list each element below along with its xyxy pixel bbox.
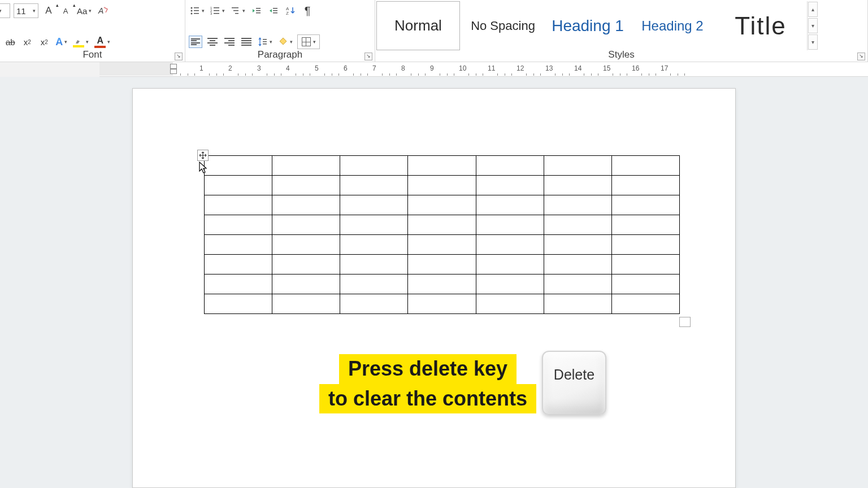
table-cell[interactable] [611,255,679,274]
table-cell[interactable] [544,176,611,195]
table-cell[interactable] [611,195,679,215]
table-cell[interactable] [476,195,544,215]
table-cell[interactable] [272,255,340,274]
table-cell[interactable] [476,156,544,176]
table-cell[interactable] [340,294,408,314]
table-cell[interactable] [272,294,340,314]
table-cell[interactable] [340,156,408,176]
table-cell[interactable] [544,195,611,215]
table-cell[interactable] [205,274,272,294]
table-cell[interactable] [205,235,272,255]
table-cell[interactable] [476,294,544,314]
table-cell[interactable] [205,195,272,215]
decrease-indent-button[interactable] [250,3,263,18]
table-cell[interactable] [340,176,408,195]
table-cell[interactable] [205,215,272,235]
table-cell[interactable] [408,156,476,176]
table-cell[interactable] [340,215,408,235]
table-cell[interactable] [408,274,476,294]
table-cell[interactable] [205,156,272,176]
table-cell[interactable] [476,255,544,274]
table-cell[interactable] [611,215,679,235]
table-cell[interactable] [408,215,476,235]
decrease-font-button[interactable]: A▴ [59,3,72,18]
increase-font-button[interactable]: A▴ [42,3,55,18]
table-cell[interactable] [544,294,611,314]
table-cell[interactable] [272,274,340,294]
font-name-combo[interactable]: dy)▾ [0,3,10,18]
font-size-combo[interactable]: 11▾ [14,3,38,18]
styles-more-button[interactable]: ▾ [808,34,818,50]
table-resize-handle[interactable] [679,317,691,327]
table-cell[interactable] [272,235,340,255]
table-cell[interactable] [611,156,679,176]
table-cell[interactable] [408,176,476,195]
font-color-button[interactable]: A [93,34,111,49]
table-cell[interactable] [544,255,611,274]
table-cell[interactable] [611,274,679,294]
styles-dialog-launcher[interactable]: ↘ [857,53,865,60]
multilevel-list-button[interactable] [229,3,246,18]
table-cell[interactable] [611,294,679,314]
line-spacing-button[interactable] [257,34,274,49]
superscript-button[interactable]: x2 [37,34,51,49]
table-cell[interactable] [476,235,544,255]
table-cell[interactable] [544,215,611,235]
page[interactable]: Press delete key to clear the contents D… [132,88,736,488]
table-cell[interactable] [272,195,340,215]
table-cell[interactable] [272,156,340,176]
font-dialog-launcher[interactable]: ↘ [175,53,183,60]
text-effects-button[interactable]: A [54,34,68,49]
align-center-button[interactable] [206,36,219,48]
table-cell[interactable] [476,215,544,235]
style-item-3[interactable]: Heading 2 [631,1,714,50]
table-cell[interactable] [544,156,611,176]
borders-button[interactable]: ▾ [297,34,320,49]
change-case-button[interactable]: Aa [76,3,93,18]
table-cell[interactable] [544,274,611,294]
styles-scroll-down[interactable]: ▾ [808,18,818,33]
table-cell[interactable] [340,255,408,274]
table-cell[interactable] [205,294,272,314]
table-cell[interactable] [205,176,272,195]
style-item-1[interactable]: No Spacing [461,1,545,50]
numbering-button[interactable]: 123 [209,3,226,18]
justify-button[interactable] [240,36,253,48]
ruler-number: 17 [661,64,668,72]
table-move-handle[interactable] [197,150,209,161]
styles-scroll-up[interactable]: ▴ [808,2,818,17]
table-cell[interactable] [340,235,408,255]
show-hide-marks-button[interactable]: ¶ [301,3,314,18]
indent-marker[interactable] [170,64,176,74]
subscript-button[interactable]: x2 [20,34,34,49]
table-cell[interactable] [544,235,611,255]
highlight-button[interactable] [72,34,90,49]
table-cell[interactable] [272,176,340,195]
table-cell[interactable] [408,235,476,255]
table-cell[interactable] [408,255,476,274]
increase-indent-button[interactable] [267,3,280,18]
ruler[interactable]: 1234567891011121314151617 [0,62,868,77]
table-cell[interactable] [408,294,476,314]
bullets-button[interactable] [189,3,206,18]
clear-formatting-button[interactable]: A [96,3,110,18]
table-cell[interactable] [340,195,408,215]
strikethrough-button[interactable]: ab [3,34,17,49]
table-cell[interactable] [476,176,544,195]
align-left-button[interactable] [189,36,202,48]
paragraph-dialog-launcher[interactable]: ↘ [364,53,372,60]
document-table[interactable] [204,155,680,314]
shading-button[interactable] [277,34,294,49]
table-cell[interactable] [408,195,476,215]
table-cell[interactable] [340,274,408,294]
table-cell[interactable] [611,176,679,195]
table-cell[interactable] [476,274,544,294]
style-item-4[interactable]: Title [715,1,806,50]
style-item-0[interactable]: Normal [376,1,460,50]
table-cell[interactable] [205,255,272,274]
table-cell[interactable] [611,235,679,255]
table-cell[interactable] [272,215,340,235]
style-item-2[interactable]: Heading 1 [546,1,630,50]
align-right-button[interactable] [223,36,236,48]
sort-button[interactable]: AZ [284,3,297,18]
